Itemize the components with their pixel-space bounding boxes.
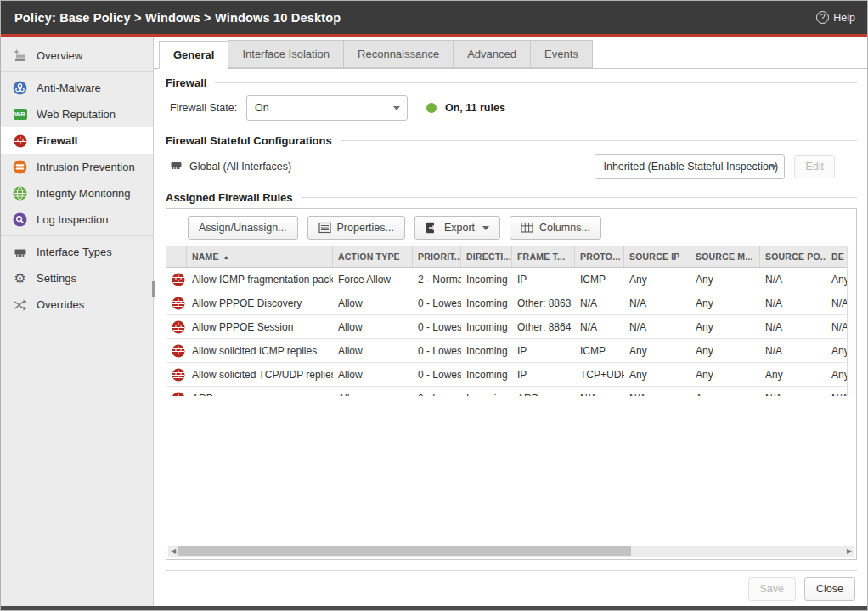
columns-button[interactable]: Columns...: [510, 216, 601, 240]
column-header-label: ACTION TYPE: [338, 252, 400, 262]
cell-source-port: N/A: [760, 339, 826, 362]
column-header-proto[interactable]: PROTO...: [575, 246, 624, 267]
horizontal-scroll-track[interactable]: [178, 546, 844, 557]
column-header-label: DIRECTI...: [466, 252, 511, 262]
sidebar-item-label: Log Inspection: [37, 213, 109, 226]
toolbar-button-label: Properties...: [337, 222, 394, 234]
column-header-directi[interactable]: DIRECTI...: [461, 246, 512, 267]
cell-source-mac: Any: [690, 363, 760, 386]
save-button[interactable]: Save: [748, 577, 797, 601]
column-header-label: NAME: [192, 252, 219, 262]
scroll-right-icon[interactable]: ▶: [844, 546, 854, 557]
sidebar-item-integrity-monitoring[interactable]: Integrity Monitoring: [1, 180, 153, 206]
rules-toolbar: Assign/Unassign...Properties...ExportCol…: [166, 209, 856, 246]
cell-protocol: ICMP: [575, 339, 624, 362]
web-reputation-icon: WR: [13, 107, 27, 122]
close-button[interactable]: Close: [804, 577, 855, 601]
tab-advanced[interactable]: Advanced: [453, 40, 531, 68]
firewall-state-select[interactable]: On: [246, 95, 408, 121]
column-header-priorit[interactable]: PRIORIT...: [413, 246, 461, 267]
vertical-scrollbar[interactable]: [847, 246, 856, 396]
rules-table-body: Allow ICMP fragmentation pack...Force Al…: [166, 268, 847, 396]
cell-action-type: Allow: [333, 315, 413, 338]
sidebar-item-web-reputation[interactable]: WRWeb Reputation: [1, 101, 153, 127]
sidebar-item-interface-types[interactable]: Interface Types: [1, 239, 153, 265]
cell-source-mac: Any: [690, 387, 760, 396]
firewall-rule-icon: [166, 315, 187, 338]
sidebar-divider: [1, 71, 153, 72]
column-header-source-ip[interactable]: SOURCE IP: [624, 246, 690, 267]
column-header-label: PRIORIT...: [418, 252, 461, 262]
firewall-rule-icon: [166, 268, 187, 291]
edit-button[interactable]: Edit: [794, 155, 835, 178]
sidebar-divider: [1, 235, 153, 236]
cell-priority: 0 - Lowest: [413, 339, 461, 362]
tab-general[interactable]: General: [159, 41, 228, 69]
sidebar-item-intrusion-prevention[interactable]: Intrusion Prevention: [1, 154, 153, 180]
column-header-action-type[interactable]: ACTION TYPE: [333, 246, 413, 267]
table-row[interactable]: Allow PPPOE SessionAllow0 - LowestIncomi…: [166, 315, 847, 339]
cell-priority: 0 - Lowest: [413, 363, 461, 386]
cell-dest: Any: [826, 339, 847, 362]
sidebar-resize-handle[interactable]: [152, 281, 155, 297]
tab-reconnaissance[interactable]: Reconnaissance: [343, 40, 454, 68]
firewall-state-value: On: [255, 102, 269, 114]
column-header-source-m[interactable]: SOURCE M...: [690, 246, 760, 267]
cell-action-type: Allow: [333, 291, 413, 314]
page-title: Policy: Base Policy > Windows > Windows …: [14, 11, 341, 25]
export-button[interactable]: Export: [414, 216, 500, 240]
column-header-label: FRAME T...: [517, 252, 565, 262]
cell-priority: 0 - Lowest: [413, 315, 461, 338]
cell-frame-type: ARP: [512, 387, 575, 396]
stateful-config-row[interactable]: Global (All Interfaces) Inherited (Enabl…: [166, 154, 857, 179]
sidebar-item-label: Interface Types: [37, 246, 112, 258]
rules-table-header: NAME▲ACTION TYPEPRIORIT...DIRECTI...FRAM…: [166, 246, 847, 268]
tab-events[interactable]: Events: [530, 40, 593, 68]
sidebar-item-log-inspection[interactable]: Log Inspection: [1, 206, 153, 233]
help-button[interactable]: ? Help: [816, 11, 855, 24]
sidebar-item-firewall[interactable]: Firewall: [1, 127, 153, 154]
horizontal-scroll-thumb[interactable]: [178, 546, 631, 556]
column-header-icon[interactable]: [166, 246, 187, 267]
tab-interface-isolation[interactable]: Interface Isolation: [228, 40, 344, 68]
table-row[interactable]: ARPAllow0 - LowestIncomingARPN/AN/AAnyN/…: [166, 387, 847, 396]
table-row[interactable]: Allow PPPOE DiscoveryAllow0 - LowestInco…: [166, 291, 847, 315]
cell-direction: Incoming: [461, 339, 512, 362]
column-header-de[interactable]: DE: [826, 246, 847, 267]
cell-frame-type: IP: [512, 268, 575, 291]
global-interfaces-scope: Global (All Interfaces): [170, 159, 291, 174]
sidebar-item-overrides[interactable]: Overrides: [1, 291, 153, 318]
firewall-state-label: Firewall State:: [170, 102, 241, 114]
table-row[interactable]: Allow solicited TCP/UDP repliesAllow0 - …: [166, 363, 847, 387]
sidebar-item-settings[interactable]: ⚙Settings: [1, 265, 153, 291]
stateful-section-title: Firewall Stateful Configurations: [166, 134, 332, 147]
column-header-name[interactable]: NAME▲: [187, 246, 333, 267]
table-row[interactable]: Allow ICMP fragmentation pack...Force Al…: [166, 268, 847, 291]
properties-button[interactable]: Properties...: [307, 216, 405, 240]
assign-unassign-button[interactable]: Assign/Unassign...: [188, 216, 298, 240]
sidebar-item-overview[interactable]: Overview: [1, 42, 153, 69]
cell-dest: N/A: [826, 387, 847, 396]
column-header-source-po[interactable]: SOURCE PO...: [760, 246, 826, 267]
interfaces-icon: [170, 159, 183, 174]
scroll-left-icon[interactable]: ◀: [168, 546, 178, 557]
window-header: Policy: Base Policy > Windows > Windows …: [1, 1, 867, 37]
cell-protocol: TCP+UDP: [575, 363, 624, 386]
table-row[interactable]: Allow solicited ICMP repliesAllow0 - Low…: [166, 339, 847, 363]
stateful-config-value: Inherited (Enable Stateful Inspection): [603, 161, 778, 173]
scope-label: Global (All Interfaces): [189, 161, 291, 173]
section-divider-line: [302, 197, 857, 198]
horizontal-scrollbar[interactable]: ◀ ▶: [168, 546, 854, 557]
cell-action-type: Allow: [333, 363, 413, 386]
cell-dest: N/A: [826, 315, 847, 338]
tab-bar: GeneralInterface IsolationReconnaissance…: [154, 37, 867, 69]
cell-source-port: N/A: [760, 387, 826, 396]
column-header-frame-t[interactable]: FRAME T...: [512, 246, 575, 267]
cell-source-port: Any: [760, 363, 826, 386]
cell-name: ARP: [187, 387, 333, 396]
cell-direction: Incoming: [461, 268, 512, 291]
cell-source-mac: Any: [690, 268, 760, 291]
cell-frame-type: Other: 8863: [512, 291, 575, 314]
sidebar-item-anti-malware[interactable]: Anti-Malware: [1, 75, 153, 101]
stateful-config-select[interactable]: Inherited (Enable Stateful Inspection): [595, 154, 785, 179]
